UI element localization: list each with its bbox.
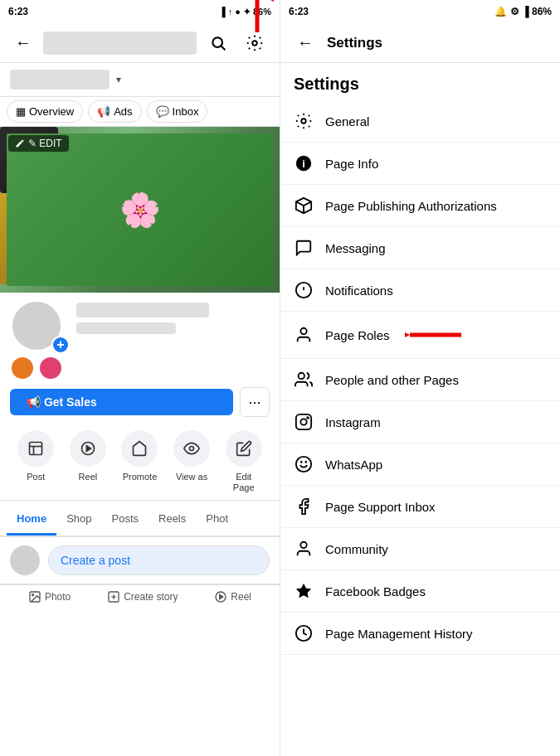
get-sales-button[interactable]: 📢 Get Sales [10, 389, 233, 415]
support-icon [294, 497, 314, 516]
page-roles-label: Page Roles [325, 328, 390, 342]
settings-item-general[interactable]: General [280, 100, 560, 143]
reel-label: Reel [79, 472, 98, 482]
whatsapp-icon [294, 455, 314, 473]
reel-media-icon [214, 590, 227, 603]
create-post-input[interactable]: Create a post [48, 545, 270, 575]
inbox-icon: 💬 [156, 105, 169, 118]
settings-item-badges[interactable]: Facebook Badges [280, 570, 560, 613]
media-story-button[interactable]: Create story [107, 590, 178, 603]
gear-container [240, 28, 270, 58]
left-back-button[interactable]: ← [10, 30, 37, 56]
settings-content: Settings General i Page Info [280, 63, 560, 756]
settings-item-support[interactable]: Page Support Inbox [280, 486, 560, 528]
page-name-block [76, 303, 209, 317]
page-name-area [76, 299, 270, 334]
svg-marker-17 [220, 595, 223, 599]
page-info-label: Page Info [325, 157, 378, 171]
page-tab-reels[interactable]: Reels [149, 504, 196, 536]
quick-action-editpage[interactable]: EditPage [226, 430, 262, 493]
search-button[interactable] [203, 28, 233, 58]
page-tab-photos[interactable]: Phot [196, 504, 238, 536]
left-time: 6:23 [8, 6, 28, 17]
post-label: Post [27, 472, 45, 482]
edit-cover-icon [15, 138, 25, 148]
quick-action-viewas[interactable]: View as [173, 430, 210, 493]
history-label: Page Management History [325, 627, 473, 641]
dropdown-arrow-icon[interactable]: ▾ [116, 74, 121, 85]
promote-label: Promote [123, 472, 158, 482]
settings-item-notifications[interactable]: Notifications [280, 269, 560, 312]
quick-action-post[interactable]: Post [17, 430, 54, 493]
notifications-label: Notifications [325, 284, 393, 298]
cover-box2: 🌸 [0, 193, 91, 284]
tab-inbox[interactable]: 💬 Inbox [147, 100, 208, 123]
function-tabs-row: ▦ Overview 📢 Ads 💬 Inbox [0, 97, 280, 127]
media-photo-button[interactable]: Photo [28, 590, 71, 603]
settings-item-page-info[interactable]: i Page Info [280, 143, 560, 185]
left-status-bar: 6:23 ▐ ↑ ● ✦ 86% [0, 0, 280, 23]
get-sales-row: 📢 Get Sales ··· [0, 387, 280, 417]
settings-item-messaging[interactable]: Messaging [280, 227, 560, 269]
svg-point-10 [190, 447, 194, 451]
settings-item-page-roles[interactable]: Page Roles [280, 312, 560, 359]
tab-ads-label: Ads [114, 105, 132, 118]
story-label: Create story [124, 591, 178, 603]
page-tab-home[interactable]: Home [7, 504, 56, 536]
badges-icon [294, 582, 314, 600]
support-label: Page Support Inbox [325, 500, 436, 514]
profile-avatars: + [10, 299, 68, 380]
sub-avatars-row [10, 356, 68, 380]
settings-item-people[interactable]: People and other Pages [280, 359, 560, 401]
settings-item-whatsapp[interactable]: WhatsApp [280, 443, 560, 486]
tab-overview-label: Overview [29, 105, 74, 118]
tab-inbox-label: Inbox [173, 105, 199, 118]
page-roles-icon [294, 326, 314, 344]
cover-edit-badge[interactable]: ✎ EDIT [8, 135, 69, 152]
add-avatar-button[interactable]: + [51, 336, 70, 354]
community-label: Community [325, 542, 388, 556]
photo-icon [28, 590, 41, 603]
bottom-media-row: Photo Create story Reel [0, 584, 280, 608]
quick-action-reel[interactable]: Reel [70, 430, 106, 493]
page-name-placeholder [43, 32, 197, 55]
notifications-icon [294, 281, 314, 299]
instagram-icon [294, 413, 314, 431]
story-icon [107, 590, 120, 603]
settings-item-instagram[interactable]: Instagram [280, 401, 560, 443]
publishing-label: Page Publishing Authorizations [325, 199, 497, 213]
editpage-icon [226, 430, 262, 467]
media-reel-button[interactable]: Reel [214, 590, 251, 603]
svg-point-2 [252, 41, 257, 46]
right-top-bar: ← Settings [280, 23, 560, 63]
settings-item-community[interactable]: Community [280, 528, 560, 570]
tab-overview[interactable]: ▦ Overview [7, 100, 83, 123]
community-icon [294, 540, 314, 558]
settings-item-history[interactable]: Page Management History [280, 613, 560, 655]
top-icon-group [203, 28, 270, 58]
gear-red-arrow-indicator [241, 0, 274, 36]
main-avatar-wrapper: + [10, 299, 68, 352]
svg-point-18 [301, 119, 306, 124]
post-icon [17, 430, 54, 467]
cover-photo: 🌸 ✎ EDIT [0, 127, 280, 293]
page-roles-arrow [405, 323, 463, 346]
settings-page-title: Settings [327, 35, 382, 51]
page-tab-shop[interactable]: Shop [56, 504, 101, 536]
svg-point-32 [300, 542, 306, 548]
svg-point-0 [212, 37, 222, 47]
more-options-button[interactable]: ··· [240, 387, 270, 417]
reel-media-label: Reel [231, 591, 251, 603]
settings-back-button[interactable]: ← [292, 30, 319, 56]
page-tab-posts[interactable]: Posts [102, 504, 149, 536]
tab-ads[interactable]: 📢 Ads [88, 100, 141, 123]
ads-icon: 📢 [97, 105, 110, 118]
svg-marker-9 [86, 446, 90, 452]
quick-action-promote[interactable]: Promote [121, 430, 158, 493]
cover-box2-pattern: 🌸 [7, 133, 273, 286]
reel-icon [70, 430, 106, 467]
people-label: People and other Pages [325, 373, 459, 387]
history-icon [294, 624, 314, 642]
general-icon [294, 112, 314, 130]
settings-item-publishing[interactable]: Page Publishing Authorizations [280, 185, 560, 227]
